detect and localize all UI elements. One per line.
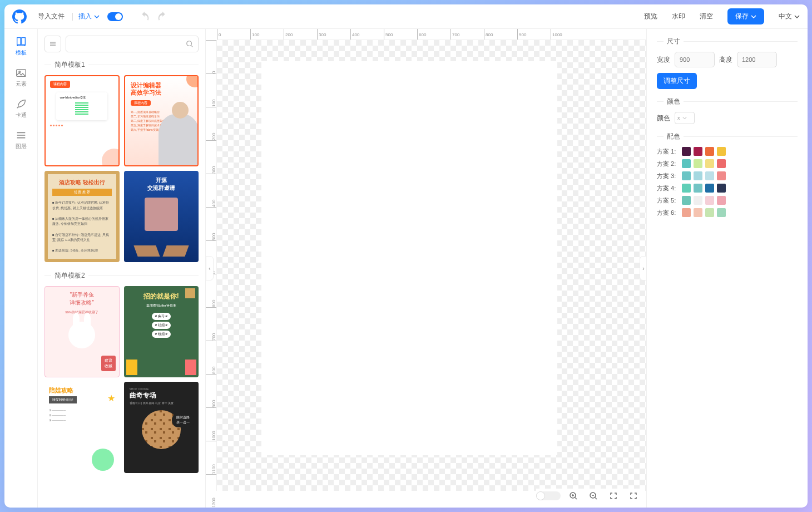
color-swatch — [694, 171, 702, 180]
main-body: 模板 元素 卡通 图层 — [4, 29, 808, 508]
redo-button[interactable] — [156, 11, 169, 23]
color-scheme[interactable]: 方案 4: — [657, 184, 798, 193]
template-thumb[interactable]: 开源 交流群邀请 — [124, 171, 199, 262]
height-label: 高度 — [719, 55, 732, 65]
toggle-switch[interactable] — [107, 12, 123, 21]
canvas-checker[interactable] — [217, 40, 646, 491]
section-header-2: 简单模板2 — [44, 271, 199, 280]
fit-screen-button[interactable] — [606, 489, 621, 503]
ruler-horizontal: 01002003004005006007008009001000 — [217, 29, 646, 40]
template-thumb[interactable]: SHOP COOKIE 曲奇专场 香脆可口 | 烘焙 曲奇 礼盒 饼干 美食 限… — [124, 382, 199, 473]
template-thumb[interactable]: 陪娃攻略 转发转给老公! ★ ① ───────② ───────③ ─────… — [44, 382, 120, 473]
sidenav-cartoon[interactable]: 卡通 — [15, 98, 27, 119]
topbar: 导入文件 插入 预览 水印 清空 保存 中文 — [4, 4, 808, 29]
color-swatch — [717, 171, 726, 180]
undo-redo-group — [138, 11, 169, 23]
color-scheme[interactable]: 方案 5: — [657, 196, 798, 205]
color-swatch — [682, 196, 691, 205]
sidenav-layers[interactable]: 图层 — [15, 129, 27, 150]
color-label: 颜色 — [657, 114, 670, 123]
sidenav-label: 图层 — [16, 142, 27, 150]
undo-button[interactable] — [138, 11, 151, 23]
github-icon[interactable] — [12, 9, 27, 24]
color-swatch — [705, 196, 714, 205]
search-input-wrapper[interactable] — [66, 36, 199, 52]
import-button[interactable]: 导入文件 — [36, 12, 67, 21]
artboard[interactable] — [261, 61, 557, 455]
color-swatch — [705, 171, 714, 180]
chevron-down-icon — [682, 116, 687, 120]
color-scheme[interactable]: 方案 1: — [657, 147, 798, 156]
color-swatch — [705, 184, 714, 193]
height-input[interactable] — [737, 52, 777, 67]
sidenav-label: 模板 — [16, 49, 27, 57]
actual-size-button[interactable] — [626, 489, 641, 503]
color-swatch — [705, 147, 714, 156]
color-swatch — [705, 208, 714, 217]
chevron-down-icon — [751, 14, 756, 19]
search-input[interactable] — [71, 40, 186, 48]
collapse-right-button[interactable]: › — [640, 256, 646, 280]
zoom-toolbar — [536, 489, 641, 503]
color-swatch — [694, 159, 702, 168]
preview-button[interactable]: 预览 — [644, 12, 657, 21]
template-thumb[interactable]: "新手养兔 详细攻略" 99%的铲屎官都收藏了 建议 收藏 — [44, 286, 120, 377]
sidenav-templates[interactable]: 模板 — [15, 36, 27, 57]
collapse-left-button[interactable]: ‹ — [206, 256, 214, 280]
insert-label: 插入 — [78, 12, 92, 21]
color-swatch — [705, 159, 714, 168]
color-swatch — [717, 196, 726, 205]
template-panel: 简单模板1 课程内容 vue-fabric-editor交流 设计编辑器 高效学… — [38, 29, 206, 508]
canvas-area: ‹ › 01002003004005006007008009001000 010… — [206, 29, 646, 508]
color-swatch — [694, 147, 702, 156]
color-swatch — [694, 196, 702, 205]
color-swatch — [717, 147, 726, 156]
color-swatch — [717, 159, 726, 168]
save-button[interactable]: 保存 — [727, 8, 764, 24]
color-swatch — [682, 171, 691, 180]
insert-dropdown[interactable]: 插入 — [78, 12, 100, 21]
svg-point-2 — [187, 41, 192, 46]
width-input[interactable] — [675, 52, 715, 67]
zoom-in-button[interactable] — [566, 489, 581, 503]
resize-button[interactable]: 调整尺寸 — [657, 73, 697, 89]
search-icon — [186, 40, 194, 48]
image-icon — [15, 67, 27, 79]
app-window: 导入文件 插入 预览 水印 清空 保存 中文 — [4, 4, 808, 508]
properties-panel: 尺寸 宽度 高度 调整尺寸 颜色 颜色 x — [646, 29, 808, 508]
color-swatch — [694, 184, 702, 193]
template-thumb[interactable]: 课程内容 vue-fabric-editor交流 — [44, 75, 120, 166]
book-icon — [15, 36, 27, 48]
watermark-button[interactable]: 水印 — [672, 12, 685, 21]
section-header-size: 尺寸 — [657, 37, 798, 46]
color-swatch — [717, 184, 726, 193]
sidenav-label: 元素 — [16, 80, 27, 88]
color-swatch — [682, 184, 691, 193]
topbar-right: 预览 水印 清空 保存 中文 — [644, 8, 800, 24]
side-nav: 模板 元素 卡通 图层 — [4, 29, 38, 508]
leaf-icon — [15, 98, 27, 110]
language-dropdown[interactable]: 中文 — [779, 12, 800, 21]
template-thumb[interactable]: 招的就是你! 集团春招offer等你拿 # 实习 # # 社招 # # 校招 # — [124, 286, 199, 377]
zoom-out-button[interactable] — [586, 489, 601, 503]
section-header-color: 颜色 — [657, 97, 798, 106]
clear-button[interactable]: 清空 — [700, 12, 713, 21]
color-swatch — [682, 147, 691, 156]
width-label: 宽度 — [657, 55, 670, 65]
color-swatch — [682, 159, 691, 168]
color-scheme[interactable]: 方案 6: — [657, 208, 798, 217]
sidenav-elements[interactable]: 元素 — [15, 67, 27, 88]
color-picker[interactable]: x — [675, 112, 695, 124]
color-scheme[interactable]: 方案 3: — [657, 171, 798, 180]
zoom-slider[interactable] — [536, 491, 561, 500]
template-thumb[interactable]: 设计编辑器 高效学习法 课程内容 第一, 熟悉项目基础概念 第二, 学习项目源码… — [124, 75, 199, 166]
template-thumb[interactable]: 酒店攻略 轻松出行 优 惠 推 荐 ■ 新年订房技巧: 认准品牌官网, 认准特价… — [44, 171, 120, 262]
color-swatch — [717, 208, 726, 217]
separator — [72, 13, 73, 21]
chevron-down-icon — [794, 14, 800, 19]
sidenav-label: 卡通 — [16, 111, 27, 119]
panel-menu-button[interactable] — [44, 36, 61, 52]
color-scheme[interactable]: 方案 2: — [657, 159, 798, 168]
color-swatch — [682, 208, 691, 217]
section-header-palette: 配色 — [657, 132, 798, 141]
